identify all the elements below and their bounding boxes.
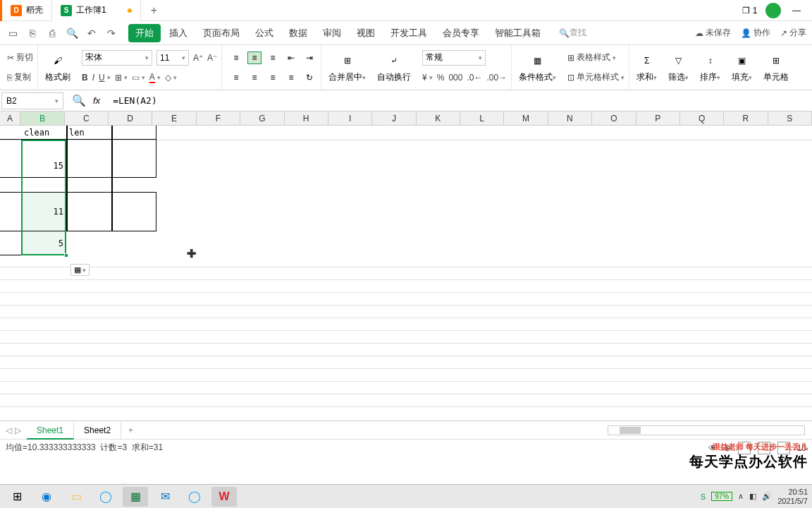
font-grow-icon[interactable]: A⁺ [193, 53, 203, 63]
col-header-d[interactable]: D [109, 111, 152, 125]
menu-view[interactable]: 视图 [350, 24, 382, 42]
col-header-k[interactable]: K [417, 111, 460, 125]
start-button[interactable]: ⊞ [4, 487, 30, 507]
align-left-icon[interactable]: ≡ [229, 71, 243, 84]
col-header-i[interactable]: I [328, 111, 372, 125]
name-box[interactable]: B2▾ [1, 92, 63, 109]
task-mail-icon[interactable]: ✉ [152, 487, 178, 507]
tab-workbook[interactable]: S 工作簿1 [52, 0, 141, 21]
col-header-b[interactable]: B [20, 111, 64, 125]
menu-smart[interactable]: 智能工具箱 [488, 24, 548, 42]
sort-button[interactable]: ↕排序▾ [696, 52, 725, 83]
font-color-button[interactable]: A▾ [149, 72, 161, 83]
cell-b4[interactable]: 5 [21, 231, 66, 255]
font-shrink-icon[interactable]: A⁻ [207, 53, 217, 63]
menu-insert[interactable]: 插入 [162, 24, 195, 42]
comma-icon[interactable]: 000 [448, 73, 462, 83]
avatar[interactable] [765, 3, 781, 18]
indent-increase-icon[interactable]: ⇥ [302, 52, 316, 64]
decimal-dec-icon[interactable]: .00→ [486, 73, 507, 83]
col-header-r[interactable]: R [724, 111, 768, 125]
col-header-e[interactable]: E [152, 111, 196, 125]
align-center-icon[interactable]: ≡ [247, 71, 262, 84]
underline-button[interactable]: U▾ [99, 73, 111, 83]
col-header-n[interactable]: N [548, 111, 592, 125]
fill-button[interactable]: ▣填充▾ [727, 52, 756, 83]
orientation-icon[interactable]: ↻ [302, 71, 316, 84]
align-right-icon[interactable]: ≡ [266, 71, 280, 84]
cut-button[interactable]: ✂ 剪切 [7, 52, 33, 64]
clock[interactable]: 20:512021/5/7 [777, 488, 808, 504]
formula-input[interactable]: =LEN(A2) [107, 95, 157, 106]
menu-dev[interactable]: 开发工具 [383, 24, 434, 42]
col-header-a[interactable]: A [0, 111, 20, 125]
task-edge-icon[interactable]: ◉ [34, 487, 59, 507]
tab-add-button[interactable]: + [141, 4, 167, 17]
percent-icon[interactable]: % [437, 73, 445, 83]
sheet-nav-prev-icon[interactable]: ◁ [6, 425, 12, 435]
format-brush-button[interactable]: 🖌 格式刷 [41, 52, 75, 83]
task-app1-icon[interactable]: ◯ [93, 487, 118, 507]
sheet-tab-2[interactable]: Sheet2 [74, 421, 121, 440]
col-header-o[interactable]: O [592, 111, 636, 125]
decimal-inc-icon[interactable]: .0← [467, 73, 482, 83]
menu-layout[interactable]: 页面布局 [196, 24, 247, 42]
fill-color-button[interactable]: ▭▾ [132, 73, 145, 83]
collab-button[interactable]: 👤协作 [741, 27, 770, 39]
battery-indicator[interactable]: 97% [711, 492, 732, 501]
italic-button[interactable]: I [92, 73, 94, 83]
menu-formula[interactable]: 公式 [248, 24, 281, 42]
task-explorer-icon[interactable]: ▭ [63, 487, 89, 507]
search-input[interactable]: 🔍 查找 [559, 27, 586, 39]
col-header-q[interactable]: Q [680, 111, 724, 125]
font-size-select[interactable]: 11▾ [156, 50, 189, 66]
cell-style-button[interactable]: ⊡ 单元格样式▾ [567, 71, 625, 83]
col-header-l[interactable]: L [460, 111, 504, 125]
cell-format-button[interactable]: ⊞单元格 [759, 52, 793, 83]
merge-button[interactable]: ⊞ 合并居中▾ [324, 52, 370, 83]
save-icon[interactable]: ▭ [6, 26, 20, 40]
font-select[interactable]: 宋体▾ [82, 50, 152, 66]
cell-b1[interactable]: clean [21, 126, 66, 140]
menu-member[interactable]: 会员专享 [436, 24, 486, 42]
redo-icon[interactable]: ↷ [104, 26, 118, 40]
task-wps-icon[interactable]: W [211, 487, 237, 507]
cell-c1[interactable]: len [66, 126, 111, 140]
cell-b2[interactable]: 15 [21, 140, 66, 192]
preview-icon[interactable]: 🔍 [65, 26, 79, 40]
menu-start[interactable]: 开始 [128, 24, 161, 42]
currency-icon[interactable]: ¥▾ [422, 73, 433, 83]
cond-format-button[interactable]: ▦ 条件格式▾ [515, 52, 560, 83]
tab-docer[interactable]: D 稻壳 [0, 0, 52, 21]
minimize-button[interactable]: — [788, 2, 805, 19]
undo-icon[interactable]: ↶ [85, 26, 99, 40]
menu-data[interactable]: 数据 [282, 24, 314, 42]
autofill-options-button[interactable]: ▦▾ [70, 264, 90, 276]
effects-button[interactable]: ◇▾ [165, 73, 177, 83]
col-header-g[interactable]: G [240, 111, 284, 125]
col-header-f[interactable]: F [197, 111, 240, 125]
unsaved-button[interactable]: ☁未保存 [695, 27, 731, 39]
table-style-button[interactable]: ⊞ 表格样式▾ [567, 52, 616, 64]
tray-volume-icon[interactable]: 🔊 [762, 492, 772, 501]
print-icon[interactable]: ⎙ [45, 26, 59, 40]
wrap-button[interactable]: ⤶ 自动换行 [373, 52, 415, 83]
tray-icon-1[interactable]: ∧ [738, 492, 744, 501]
sheet-add-button[interactable]: + [121, 425, 140, 435]
horizontal-scrollbar[interactable] [608, 425, 805, 435]
align-justify-icon[interactable]: ≡ [284, 71, 298, 84]
col-header-c[interactable]: C [65, 111, 109, 125]
sheet-tab-1[interactable]: Sheet1 [27, 421, 74, 440]
share-button[interactable]: ↗分享 [780, 27, 806, 39]
cell-b3[interactable]: 11 [21, 192, 66, 231]
window-indicator[interactable]: ❐ 1 [742, 2, 758, 19]
tray-icon-2[interactable]: ◧ [749, 492, 756, 501]
sheet-nav-next-icon[interactable]: ▷ [15, 425, 21, 435]
align-bottom-icon[interactable]: ≡ [266, 52, 280, 64]
col-header-s[interactable]: S [768, 111, 812, 125]
filter-button[interactable]: ▽筛选▾ [664, 52, 693, 83]
col-header-p[interactable]: P [636, 111, 680, 125]
menu-review[interactable]: 审阅 [316, 24, 348, 42]
col-header-m[interactable]: M [504, 111, 548, 125]
tray-wps-icon[interactable]: S [701, 492, 706, 501]
